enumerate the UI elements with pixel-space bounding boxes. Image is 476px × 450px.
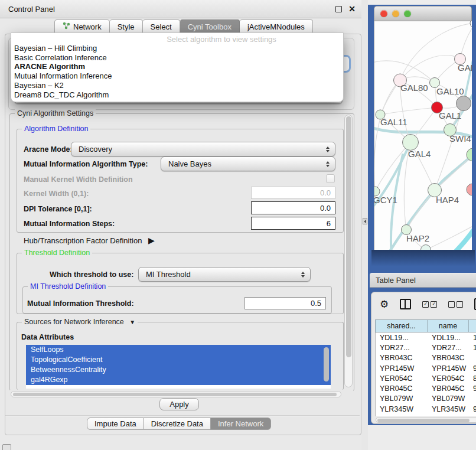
mi-type-combo[interactable]: Naive Bayes — [161, 156, 335, 171]
table-header-extra[interactable] — [469, 320, 476, 332]
tab-network[interactable]: Network — [54, 19, 110, 34]
aracne-mode-value: Discovery — [79, 145, 112, 154]
dpi-tolerance-value: 0.0 — [320, 204, 331, 213]
network-window-titlebar[interactable] — [374, 6, 472, 21]
network-edge — [374, 80, 400, 191]
bottom-tab-impute-data[interactable]: Impute Data — [87, 418, 144, 430]
sources-title: Sources for Network Inference — [24, 318, 124, 326]
mi-steps-field[interactable]: 6 — [251, 217, 335, 230]
data-attribute-item[interactable]: TopologicalCoefficient — [26, 355, 331, 365]
table-header-name[interactable]: name — [428, 320, 469, 332]
algorithm-option[interactable]: Bayesian – K2 — [12, 81, 343, 90]
node-label: GAL80 — [400, 83, 428, 93]
threshold-definition-title: Threshold Definition — [22, 249, 92, 257]
cyni-settings-title: Cyni Algorithm Settings — [15, 109, 96, 118]
data-attribute-item[interactable]: gal4RGexp — [26, 375, 331, 385]
close-traffic-light[interactable] — [380, 10, 387, 17]
chevron-right-icon[interactable]: ▶ — [148, 236, 155, 245]
float-window-icon[interactable] — [335, 6, 342, 12]
bottom-tab-bar: Impute DataDiscretize DataInfer Network — [87, 418, 271, 430]
table-cell: YDL19... — [428, 334, 469, 342]
table-cell: 9. — [469, 415, 476, 416]
hub-definition-toggle[interactable]: Hub/Transcription Factor Definition ▶ — [24, 236, 155, 245]
mi-type-value: Naive Bayes — [168, 159, 211, 168]
network-edge — [375, 142, 410, 191]
panel-groove-line — [5, 415, 360, 416]
algorithm-option[interactable]: Mutual Information Inference — [12, 71, 343, 81]
table-header-shared...[interactable]: shared... — [376, 320, 428, 332]
combo-stepper-icon — [301, 272, 305, 278]
table-row[interactable]: YBL079WYBL079W — [376, 394, 476, 404]
bottom-tab-infer-network[interactable]: Infer Network — [211, 418, 271, 430]
data-attribute-item[interactable]: BetweennessCentrality — [26, 365, 331, 375]
algorithm-dropdown-placeholder: Select algorithm to view settings — [11, 33, 343, 44]
table-cell: YDL19... — [376, 334, 428, 342]
network-node-y[interactable] — [467, 184, 472, 195]
control-panel-titlebar[interactable]: Control Panel ✕ — [0, 0, 361, 18]
which-threshold-combo[interactable]: MI Threshold — [138, 267, 311, 282]
table-cell: YBL079W — [376, 394, 428, 403]
settings-hscrollbar[interactable] — [11, 391, 341, 397]
minimize-traffic-light[interactable] — [392, 10, 399, 17]
data-attributes-list[interactable]: SelfLoopsTopologicalCoefficientBetweenne… — [26, 345, 331, 389]
app-root: GALGAL80GAL10GAL1GAL11SWI4GAL4GCY1HAP4YH… — [0, 0, 476, 450]
sources-title-row[interactable]: Sources for Network Inference ▼ — [22, 318, 138, 326]
table-hscrollbar[interactable] — [376, 417, 476, 423]
dpi-tolerance-field[interactable]: 0.0 — [251, 201, 335, 214]
table-body: YDL19...YDL19...13YDR27...YDR27...12YBR0… — [375, 332, 476, 416]
mi-threshold-field[interactable]: 0.5 — [244, 297, 326, 309]
table-row[interactable]: YDL19...YDL19...13 — [376, 332, 476, 343]
window-title: Control Panel — [8, 5, 55, 14]
tab-style[interactable]: Style — [110, 19, 143, 34]
network-edge — [426, 225, 472, 250]
algorithm-option[interactable]: Bayesian – Hill Climbing — [12, 44, 343, 53]
bottom-tab-discretize-data[interactable]: Discretize Data — [144, 418, 211, 430]
table-panel-titlebar[interactable]: Table Panel — [370, 273, 476, 288]
kernel-width-field[interactable]: 0.0 — [251, 187, 335, 199]
network-node[interactable] — [421, 245, 431, 250]
combo-stepper-icon — [326, 146, 330, 152]
node-label: GAL10 — [436, 86, 464, 96]
network-node[interactable] — [470, 21, 472, 28]
gear-icon[interactable]: ⚙︎ — [380, 299, 389, 309]
close-window-icon[interactable]: ✕ — [348, 6, 356, 12]
network-node-gal4[interactable] — [403, 135, 419, 151]
table-row[interactable]: YER054CYER054C8. — [376, 373, 476, 383]
combo-stepper-icon — [326, 161, 330, 167]
tab-cyni-toolbox[interactable]: Cyni Toolbox — [180, 19, 240, 34]
network-canvas[interactable]: GALGAL80GAL10GAL1GAL11SWI4GAL4GCY1HAP4YH… — [374, 21, 472, 250]
algorithm-option[interactable]: Basic Correlation Inference — [12, 53, 343, 63]
table-row[interactable]: YPR145WYPR145W9. — [376, 363, 476, 373]
splitpane-grip-icon[interactable] — [363, 218, 367, 224]
table-cell: 9. — [469, 364, 476, 373]
collapsed-panel-icon[interactable] — [2, 444, 11, 450]
hub-definition-label: Hub/Transcription Factor Definition — [24, 236, 142, 245]
tab-jactivemnodules[interactable]: jActiveMNodules — [240, 19, 313, 34]
which-threshold-value: MI Threshold — [146, 270, 191, 279]
mi-threshold-title: MI Threshold Definition — [28, 282, 108, 291]
apply-button[interactable]: Apply — [159, 398, 199, 410]
table-row[interactable]: YIL052CYIL052C9. — [376, 414, 476, 416]
algorithm-option[interactable]: ARACNE Algorithm — [12, 62, 343, 71]
select-all-icon[interactable]: ✓✓ — [422, 301, 437, 308]
column-pane-icon[interactable] — [400, 299, 411, 309]
zoom-traffic-light[interactable] — [404, 10, 411, 17]
algorithm-option[interactable]: Dream8 DC_TDC Algorithm — [12, 90, 343, 100]
apply-button-label: Apply — [169, 400, 189, 409]
network-node[interactable] — [457, 96, 471, 111]
settings-vscrollbar[interactable] — [344, 115, 353, 387]
table-row[interactable]: YDR27...YDR27...12 — [376, 343, 476, 353]
tab-select[interactable]: Select — [143, 19, 180, 34]
data-attribute-item[interactable]: SelfLoops — [26, 345, 331, 355]
manual-kernel-checkbox[interactable] — [326, 174, 335, 183]
table-row[interactable]: YBR045CYBR045C9. — [376, 383, 476, 393]
data-attributes-vscrollbar[interactable] — [324, 347, 329, 381]
chevron-down-icon[interactable]: ▼ — [129, 319, 135, 325]
aracne-mode-label: Aracne Mode: — [24, 145, 73, 154]
deselect-all-icon[interactable] — [448, 301, 463, 308]
table-row[interactable]: YBR043CYBR043C — [376, 353, 476, 363]
aracne-mode-combo[interactable]: Discovery — [71, 142, 335, 156]
data-attributes-label: Data Attributes — [21, 333, 74, 341]
node-label: HAP2 — [406, 233, 429, 243]
table-row[interactable]: YLR345WYLR345W9. — [376, 404, 476, 414]
